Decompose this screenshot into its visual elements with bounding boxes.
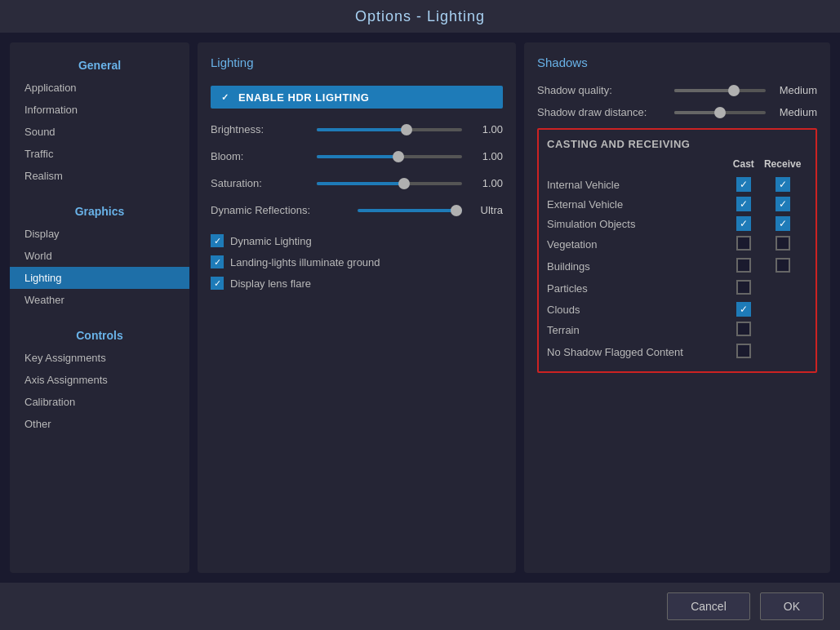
shadow-draw-distance-label: Shadow draw distance: [537,106,668,118]
sidebar-item-display[interactable]: Display [10,223,189,245]
cast-cast-6[interactable]: ✓ [729,299,758,319]
cast-cast-3[interactable] [729,233,758,255]
table-row: Clouds✓ [547,299,807,319]
saturation-row: Saturation: 1.00 [211,177,503,189]
receive-cast-2[interactable]: ✓ [758,214,807,233]
dynamic-lighting-option[interactable]: ✓ Dynamic Lighting [211,234,503,247]
cancel-button[interactable]: Cancel [667,592,750,620]
col-item [547,158,729,175]
sidebar-group-general: General Application Information Sound Tr… [10,51,189,187]
dynamic-lighting-label: Dynamic Lighting [230,235,312,247]
table-row: External Vehicle✓✓ [547,194,807,214]
cast-checkbox-0[interactable]: ✓ [736,177,751,192]
dr-label: Dynamic Reflections: [211,204,349,216]
sidebar-item-axis-assignments[interactable]: Axis Assignments [10,369,189,391]
sidebar-item-key-assignments[interactable]: Key Assignments [10,347,189,369]
cast-row-label-7: Terrain [547,319,729,341]
cast-checkbox-5[interactable] [736,280,751,295]
landing-lights-checkbox[interactable]: ✓ [211,255,224,268]
sidebar-item-sound[interactable]: Sound [10,121,189,143]
receive-checkbox-4[interactable] [776,258,790,273]
sidebar-group-controls: Controls Key Assignments Axis Assignment… [10,321,189,435]
dynamic-reflections-row: Dynamic Reflections: Ultra [211,204,503,216]
cast-row-label-2: Simulation Objects [547,214,729,233]
col-cast: Cast [729,158,758,175]
shadow-draw-distance-value: Medium [772,106,817,118]
sidebar-item-lighting[interactable]: Lighting [10,267,189,289]
brightness-track[interactable] [317,128,462,131]
cast-cast-5[interactable] [729,277,758,299]
receive-checkbox-1[interactable]: ✓ [776,197,790,211]
ok-button[interactable]: OK [760,592,824,620]
table-row: No Shadow Flagged Content [547,341,807,363]
shadow-draw-distance-track[interactable] [674,111,766,114]
bloom-row: Bloom: 1.00 [211,150,503,162]
table-row: Particles [547,277,807,299]
shadow-quality-row: Shadow quality: Medium [537,84,817,96]
cast-row-label-0: Internal Vehicle [547,175,729,194]
shadow-quality-value: Medium [772,84,817,96]
sidebar-item-traffic[interactable]: Traffic [10,143,189,165]
sidebar-item-world[interactable]: World [10,245,189,267]
receive-cast-0[interactable]: ✓ [758,175,807,194]
receive-cast-4[interactable] [758,255,807,277]
shadow-quality-track[interactable] [674,89,766,92]
dr-track[interactable] [358,209,462,212]
sidebar-item-application[interactable]: Application [10,77,189,99]
brightness-value: 1.00 [470,123,503,135]
receive-checkbox-0[interactable]: ✓ [776,177,790,192]
cast-cast-4[interactable] [729,255,758,277]
lens-flare-option[interactable]: ✓ Display lens flare [211,277,503,290]
receive-cast-6[interactable] [758,299,807,319]
receive-cast-1[interactable]: ✓ [758,194,807,214]
lens-flare-checkbox[interactable]: ✓ [211,277,224,290]
shadow-draw-distance-row: Shadow draw distance: Medium [537,106,817,118]
cast-row-label-6: Clouds [547,299,729,319]
receive-cast-5[interactable] [758,277,807,299]
sidebar-item-information[interactable]: Information [10,99,189,121]
table-row: Terrain [547,319,807,341]
table-row: Buildings [547,255,807,277]
enable-hdr-checkbox[interactable]: ✓ [219,91,232,104]
shadows-panel-title: Shadows [537,55,817,69]
lighting-panel-title: Lighting [211,55,503,69]
cast-cast-1[interactable]: ✓ [729,194,758,214]
sidebar-item-other[interactable]: Other [10,413,189,435]
saturation-value: 1.00 [470,177,503,189]
enable-hdr-row[interactable]: ✓ ENABLE HDR LIGHTING [211,86,503,109]
landing-lights-label: Landing-lights illuminate ground [230,256,380,268]
landing-lights-option[interactable]: ✓ Landing-lights illuminate ground [211,255,503,268]
receive-cast-8[interactable] [758,341,807,363]
receive-checkbox-3[interactable] [776,236,790,251]
sidebar-item-realism[interactable]: Realism [10,165,189,187]
sidebar-item-weather[interactable]: Weather [10,289,189,311]
cast-checkbox-2[interactable]: ✓ [736,216,751,231]
bloom-label: Bloom: [211,150,309,162]
cast-cast-2[interactable]: ✓ [729,214,758,233]
cast-row-label-8: No Shadow Flagged Content [547,341,729,363]
cast-checkbox-7[interactable] [736,322,751,336]
cast-cast-8[interactable] [729,341,758,363]
cast-checkbox-6[interactable]: ✓ [736,302,751,317]
cast-cast-7[interactable] [729,319,758,341]
saturation-track[interactable] [317,182,462,185]
brightness-row: Brightness: 1.00 [211,123,503,135]
receive-checkbox-2[interactable]: ✓ [776,216,790,231]
cast-checkbox-4[interactable] [736,258,751,273]
dr-value: Ultra [470,204,503,216]
receive-cast-3[interactable] [758,233,807,255]
bloom-track[interactable] [317,155,462,158]
cast-checkbox-1[interactable]: ✓ [736,197,751,211]
title-bar-text: Options - Lighting [355,8,485,25]
sidebar-item-calibration[interactable]: Calibration [10,391,189,413]
cast-row-label-5: Particles [547,277,729,299]
cast-cast-0[interactable]: ✓ [729,175,758,194]
shadows-panel: Shadows Shadow quality: Medium Shadow dr… [524,42,830,573]
cast-checkbox-3[interactable] [736,236,751,251]
receive-cast-7[interactable] [758,319,807,341]
lens-flare-label: Display lens flare [230,277,311,290]
cast-checkbox-8[interactable] [736,344,751,358]
casting-title: CASTING AND RECEIVING [547,138,807,150]
dynamic-lighting-checkbox[interactable]: ✓ [211,234,224,247]
cast-row-label-3: Vegetation [547,233,729,255]
